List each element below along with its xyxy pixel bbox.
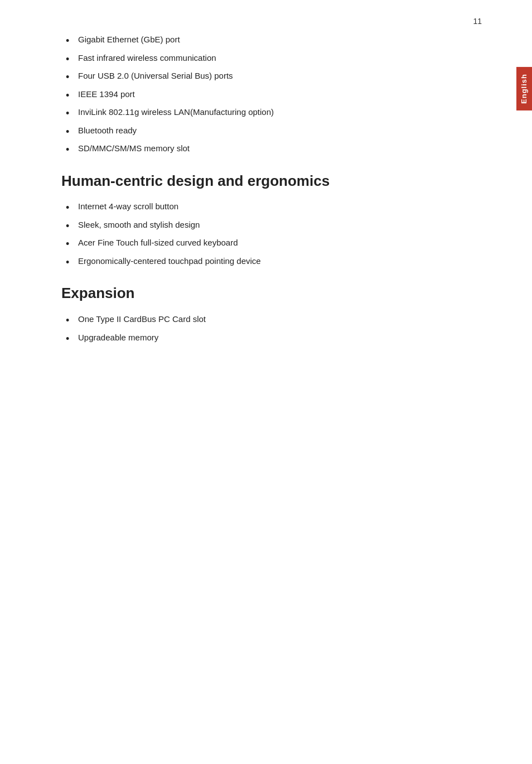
list-item: Gigabit Ethernet (GbE) port [61, 33, 460, 46]
list-item: Bluetooth ready [61, 124, 460, 137]
list-item: Acer Fine Touch full-sized curved keyboa… [61, 237, 460, 249]
section-bullet-list: Internet 4-way scroll buttonSleek, smoot… [61, 200, 460, 267]
list-item: One Type II CardBus PC Card slot [61, 313, 460, 326]
section-block: ExpansionOne Type II CardBus PC Card slo… [61, 284, 460, 344]
list-item: InviLink 802.11g wireless LAN(Manufactur… [61, 106, 460, 119]
sidebar-tab: English [516, 67, 532, 110]
list-item: Four USB 2.0 (Universal Serial Bus) port… [61, 70, 460, 83]
content-area: Gigabit Ethernet (GbE) portFast infrared… [61, 33, 460, 344]
list-item: Upgradeable memory [61, 331, 460, 344]
list-item: Sleek, smooth and stylish design [61, 219, 460, 232]
section-heading: Expansion [61, 284, 460, 303]
page-container: 11 English Gigabit Ethernet (GbE) portFa… [0, 0, 532, 764]
page-number: 11 [473, 17, 482, 26]
list-item: IEEE 1394 port [61, 88, 460, 101]
list-item: Internet 4-way scroll button [61, 200, 460, 213]
section-heading: Human-centric design and ergonomics [61, 172, 460, 191]
list-item: Fast infrared wireless communication [61, 52, 460, 65]
list-item: Ergonomically-centered touchpad pointing… [61, 255, 460, 268]
section-block: Human-centric design and ergonomicsInter… [61, 172, 460, 268]
intro-bullet-list: Gigabit Ethernet (GbE) portFast infrared… [61, 33, 460, 155]
list-item: SD/MMC/SM/MS memory slot [61, 142, 460, 155]
section-bullet-list: One Type II CardBus PC Card slotUpgradea… [61, 313, 460, 344]
